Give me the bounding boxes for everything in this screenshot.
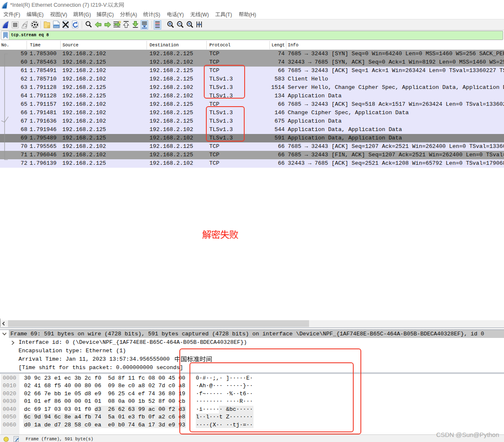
svg-text:010: 010 <box>54 25 59 28</box>
